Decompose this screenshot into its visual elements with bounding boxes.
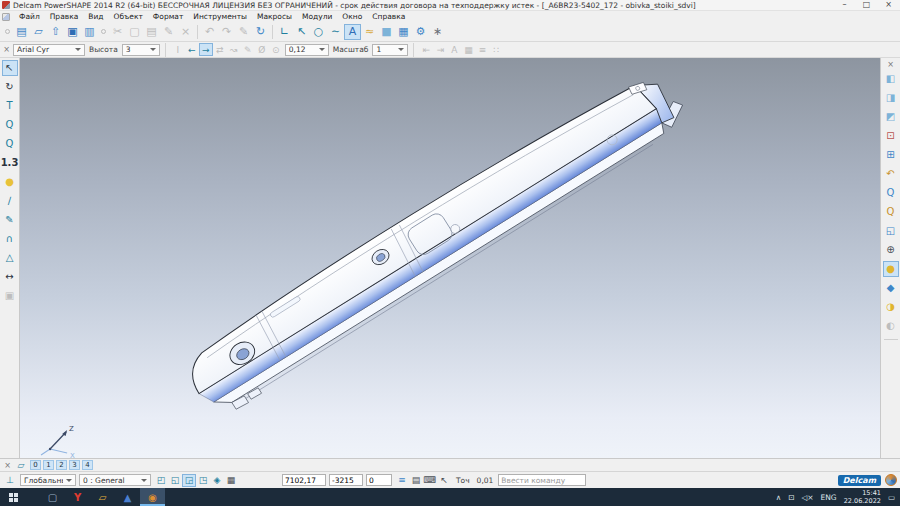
select-wireframe-icon[interactable]: ◱ <box>168 474 182 487</box>
minimize-button[interactable]: – <box>835 0 854 10</box>
font-style-icon[interactable]: A <box>447 43 461 56</box>
maximize-button[interactable]: □ <box>857 0 876 10</box>
menu-object[interactable]: Объект <box>109 12 148 21</box>
wizard-icon[interactable]: ∗ <box>429 24 446 40</box>
coordinate-x-input[interactable] <box>282 474 326 486</box>
select-workplane-icon[interactable]: ◰ <box>154 474 168 487</box>
edit-text-icon[interactable]: ✎ <box>241 43 255 56</box>
arrow-icon[interactable]: ↖ <box>293 24 310 40</box>
circle-icon[interactable]: ○ <box>310 24 327 40</box>
workplane-select[interactable]: Глобальные <box>20 474 76 486</box>
measure-pen-icon[interactable]: ✎ <box>2 212 18 228</box>
new-file-icon[interactable]: ▤ <box>13 24 30 40</box>
print-icon[interactable]: ▥ <box>81 24 98 40</box>
scale-select[interactable]: 1 <box>372 44 408 56</box>
mirror-text-icon[interactable]: ⇄ <box>213 43 227 56</box>
measure-angle-icon[interactable]: △ <box>2 250 18 266</box>
first-icon[interactable]: ⇤ <box>419 43 433 56</box>
level-0[interactable]: 0 <box>30 460 41 470</box>
menu-macros[interactable]: Макросы <box>252 12 297 21</box>
language-indicator[interactable]: ENG <box>821 493 837 502</box>
cut-icon[interactable]: ✂ <box>109 24 126 40</box>
measure-arc-icon[interactable]: ∩ <box>2 231 18 247</box>
level-2[interactable]: 2 <box>56 460 67 470</box>
zoom-ball-icon[interactable]: Q <box>883 204 899 220</box>
display-icon[interactable]: ⊡ <box>788 493 794 502</box>
notification-center-icon[interactable]: ▭ <box>888 493 895 502</box>
view-previous-icon[interactable]: ↶ <box>883 166 899 182</box>
menu-modules[interactable]: Модули <box>297 12 337 21</box>
bulb-icon[interactable]: ● <box>2 174 18 190</box>
matrix-icon[interactable]: ∷ <box>489 43 503 56</box>
move-text-icon[interactable]: T <box>2 98 18 114</box>
view-multi-icon[interactable]: ⊞ <box>883 147 899 163</box>
dynamic-view-icon[interactable]: ↻ <box>2 79 18 95</box>
dimension-scale-icon[interactable]: 1.3 <box>2 155 18 171</box>
format-paint-icon[interactable]: ✎ <box>160 24 177 40</box>
close-toolbar-button[interactable]: × <box>3 461 12 470</box>
position-list-icon[interactable]: ≡ <box>395 474 409 487</box>
toolbar-handle[interactable] <box>101 29 106 34</box>
wireframe-view-icon[interactable]: ⊕ <box>883 242 899 258</box>
measure-length-icon[interactable]: ∕ <box>2 193 18 209</box>
list-icon[interactable]: ≡ <box>475 43 489 56</box>
zoom-box-icon[interactable]: ◱ <box>883 223 899 239</box>
menu-format[interactable]: Формат <box>148 12 188 21</box>
menu-window[interactable]: Окно <box>337 12 367 21</box>
spacing-icon[interactable]: ▦ <box>461 43 475 56</box>
italic-icon[interactable]: I <box>171 43 185 56</box>
paste-icon[interactable]: ▤ <box>143 24 160 40</box>
font-select[interactable]: Arial Cyr <box>13 44 85 56</box>
coordinate-y-input[interactable] <box>329 474 363 486</box>
select-solid-icon[interactable]: ◳ <box>196 474 210 487</box>
speaker-muted-icon[interactable]: ◁× <box>801 493 813 502</box>
delete-icon[interactable]: × <box>177 24 194 40</box>
pitch-select[interactable]: 0,12 <box>285 44 329 56</box>
level-3[interactable]: 3 <box>69 460 80 470</box>
close-toolbar-button[interactable]: × <box>2 45 11 54</box>
viewport-3d[interactable]: Z X <box>20 58 880 458</box>
level-1[interactable]: 1 <box>43 460 54 470</box>
select-cursor-icon[interactable]: ↖ <box>2 60 18 76</box>
select-surface-icon[interactable]: ◲ <box>182 474 196 487</box>
undo-icon[interactable]: ↶ <box>201 24 218 40</box>
copy-icon[interactable]: ▢ <box>126 24 143 40</box>
taskbar-clock[interactable]: 15:41 22.06.2022 <box>844 489 881 505</box>
toolbar-handle[interactable] <box>5 29 10 34</box>
align-right-icon[interactable]: → <box>199 43 213 56</box>
grid-icon[interactable]: ▦ <box>224 474 238 487</box>
assembly-icon[interactable]: ⚙ <box>412 24 429 40</box>
curve-icon[interactable]: ∼ <box>327 24 344 40</box>
select-feature-icon[interactable]: ◈ <box>210 474 224 487</box>
surface-icon[interactable]: ≈ <box>361 24 378 40</box>
levels-folder-icon[interactable]: ▱ <box>14 460 28 470</box>
menu-tools[interactable]: Инструменты <box>188 12 252 21</box>
height-select[interactable]: 3 <box>122 44 160 56</box>
menu-edit[interactable]: Правка <box>45 12 84 21</box>
save-icon[interactable]: ▣ <box>64 24 81 40</box>
level-4[interactable]: 4 <box>82 460 93 470</box>
close-toolbar-button[interactable]: × <box>886 60 895 69</box>
text-on-curve-icon[interactable]: ↝ <box>227 43 241 56</box>
level-select[interactable]: 0 : General <box>79 474 151 486</box>
linear-dimension-icon[interactable]: ↔ <box>2 269 18 285</box>
view-iso1-icon[interactable]: ◧ <box>883 71 899 87</box>
taskbar-app-explorer[interactable]: ▱ <box>90 488 115 506</box>
view-top-icon[interactable]: ⊡ <box>883 128 899 144</box>
coordinate-z-input[interactable] <box>366 474 392 486</box>
rubber-band-icon[interactable]: ↖ <box>437 474 451 487</box>
view-iso2-icon[interactable]: ◨ <box>883 90 899 106</box>
shadow-view-icon[interactable]: ◑ <box>883 299 899 315</box>
import-icon[interactable]: ⇧ <box>47 24 64 40</box>
rebuild-icon[interactable]: ↻ <box>252 24 269 40</box>
start-button[interactable] <box>0 488 26 506</box>
open-file-icon[interactable]: ▱ <box>30 24 47 40</box>
feature-icon[interactable]: ▦ <box>395 24 412 40</box>
zoom-full-icon[interactable]: Q <box>883 185 899 201</box>
tray-chevron-icon[interactable]: ∧ <box>776 493 782 502</box>
align-left-icon[interactable]: ← <box>185 43 199 56</box>
last-icon[interactable]: ⇥ <box>433 43 447 56</box>
zoom-one-icon[interactable]: Q <box>2 136 18 152</box>
menu-help[interactable]: Справка <box>367 12 410 21</box>
command-input[interactable] <box>498 474 586 486</box>
